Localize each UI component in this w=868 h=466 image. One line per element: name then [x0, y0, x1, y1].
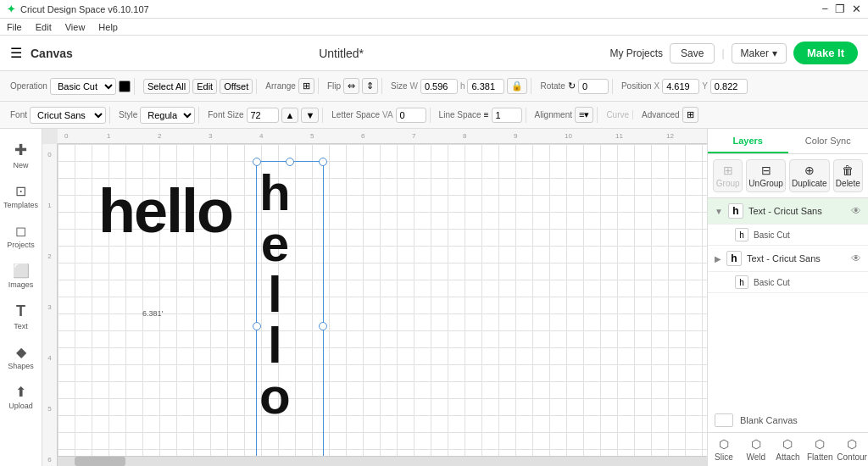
blank-canvas-row: Blank Canvas [708, 408, 868, 432]
contour-button[interactable]: ⬡ Contour [836, 433, 868, 466]
font-select[interactable]: Cricut Sans [30, 107, 106, 124]
menu-file[interactable]: File [7, 22, 22, 32]
group-button[interactable]: ⊞ Group [713, 159, 743, 192]
sidebar-item-new[interactable]: ✚ New [3, 136, 40, 175]
duplicate-button[interactable]: ⊕ Duplicate [789, 159, 830, 192]
flatten-button[interactable]: ⬡ Flatten [804, 433, 836, 466]
sidebar-item-shapes[interactable]: ◆ Shapes [3, 339, 40, 375]
expand-icon-2: ▶ [715, 254, 721, 264]
hamburger-button[interactable]: ☰ [10, 45, 22, 61]
width-input[interactable] [420, 79, 458, 94]
projects-icon: ◻ [15, 223, 26, 239]
font-toolbar: Font Cricut Sans Style Regular Font Size… [0, 102, 868, 129]
right-panel-tabs: Layers Color Sync [708, 129, 868, 154]
slice-icon: ⬡ [719, 437, 729, 451]
layer-name-1: Text - Cricut Sans [748, 206, 846, 216]
separator: | [721, 47, 724, 59]
lock-ratio-button[interactable]: 🔒 [507, 78, 527, 94]
weld-button[interactable]: ⬡ Weld [740, 433, 772, 466]
text-icon: T [16, 302, 25, 320]
select-all-button[interactable]: Select All [143, 79, 190, 94]
arrange-button[interactable]: ⊞ [298, 78, 314, 94]
layer-sub-icon-1: h [735, 228, 748, 241]
attach-button[interactable]: ⬡ Attach [772, 433, 804, 466]
maker-button[interactable]: Maker ▾ [732, 43, 787, 64]
layer-sub-name-1: Basic Cut [754, 230, 790, 240]
vertical-letter-h: h [259, 168, 291, 219]
rotate-input[interactable] [578, 79, 609, 94]
alignment-button[interactable]: ≡▾ [575, 107, 593, 123]
ruler-left: 0 1 2 3 4 5 6 [42, 144, 58, 466]
line-space-input[interactable] [492, 108, 522, 123]
advanced-label: Advanced [642, 110, 679, 119]
delete-button[interactable]: 🗑 Delete [833, 159, 863, 192]
app-icon: ✦ [7, 3, 15, 15]
make-it-button[interactable]: Make It [793, 42, 858, 64]
canvas-grid: hello h e l l o 6.381 [58, 144, 707, 466]
font-size-input[interactable] [247, 108, 279, 123]
offset-button[interactable]: Offset [220, 79, 253, 94]
height-input[interactable] [467, 79, 504, 94]
layer-item-1[interactable]: ▼ h Text - Cricut Sans 👁 [708, 198, 868, 225]
sidebar-label-new: New [13, 161, 28, 169]
menu-edit[interactable]: Edit [36, 22, 52, 32]
document-title: Untitled* [319, 47, 364, 60]
expand-icon-1: ▼ [715, 207, 723, 216]
color-swatch[interactable] [119, 80, 131, 92]
menu-view[interactable]: View [65, 22, 86, 32]
sidebar-item-images[interactable]: ⬜ Images [3, 258, 40, 294]
rotate-label: Rotate [540, 81, 565, 91]
attach-icon: ⬡ [782, 437, 793, 451]
my-projects-button[interactable]: My Projects [609, 47, 663, 59]
toolbar: Operation Basic Cut Select All Edit Offs… [0, 71, 868, 102]
layer-item-2[interactable]: ▶ h Text - Cricut Sans 👁 [708, 246, 868, 272]
restore-button[interactable]: ❐ [835, 3, 845, 15]
style-select[interactable]: Regular [140, 107, 195, 124]
close-button[interactable]: ✕ [852, 3, 861, 15]
handle-tr[interactable] [319, 158, 327, 166]
layer-sub-name-2: Basic Cut [754, 278, 790, 287]
bottom-scrollbar[interactable] [58, 456, 707, 466]
minimize-button[interactable]: − [821, 3, 828, 15]
sidebar-item-projects[interactable]: ◻ Projects [3, 218, 40, 254]
edit-button[interactable]: Edit [192, 79, 217, 94]
font-size-up-button[interactable]: ▲ [281, 108, 299, 123]
y-input[interactable] [710, 79, 748, 94]
layer-icon-2: h [726, 251, 742, 266]
layer-sub-1: h Basic Cut [708, 225, 868, 246]
scroll-thumb[interactable] [75, 457, 125, 466]
x-input[interactable] [662, 79, 699, 94]
advanced-button[interactable]: ⊞ [682, 107, 698, 123]
flip-v-button[interactable]: ⇕ [362, 78, 378, 94]
flatten-icon: ⬡ [815, 437, 825, 451]
handle-mr[interactable] [319, 322, 327, 330]
title-bar: ✦ Cricut Design Space v6.10.107 − ❐ ✕ [0, 0, 868, 19]
eye-icon-1[interactable]: 👁 [851, 205, 861, 217]
templates-icon: ⊡ [15, 183, 26, 199]
line-space-label: Line Space [439, 110, 481, 119]
rotate-icon: ↻ [568, 80, 576, 92]
operation-select[interactable]: Basic Cut [50, 78, 116, 95]
header: ☰ Canvas Untitled* My Projects Save | Ma… [0, 36, 868, 71]
hello-text: hello [98, 176, 232, 246]
sidebar-item-templates[interactable]: ⊡ Templates [3, 178, 40, 214]
slice-button[interactable]: ⬡ Slice [708, 433, 740, 466]
sidebar-label-text: Text [14, 322, 28, 330]
tab-layers[interactable]: Layers [708, 129, 788, 153]
ungroup-button[interactable]: ⊟ UnGroup [746, 159, 786, 192]
letter-space-prefix: VA [382, 110, 393, 119]
eye-icon-2[interactable]: 👁 [851, 252, 861, 264]
menu-bar: File Edit View Help [0, 19, 868, 36]
canvas-area[interactable]: 0 1 2 3 4 5 6 7 8 9 10 11 12 0 1 2 3 4 5… [42, 129, 707, 466]
font-size-down-button[interactable]: ▼ [301, 108, 319, 123]
save-button[interactable]: Save [670, 43, 715, 64]
app-name: Cricut Design Space v6.10.107 [20, 4, 149, 14]
tab-color-sync[interactable]: Color Sync [788, 129, 869, 153]
letter-space-input[interactable] [396, 108, 426, 123]
size-label: Size [391, 81, 407, 91]
right-panel-actions: ⊞ Group ⊟ UnGroup ⊕ Duplicate 🗑 Delete [708, 154, 868, 198]
sidebar-item-upload[interactable]: ⬆ Upload [3, 379, 40, 415]
sidebar-item-text[interactable]: T Text [3, 297, 40, 336]
flip-h-button[interactable]: ⇔ [343, 78, 359, 94]
menu-help[interactable]: Help [98, 22, 118, 32]
